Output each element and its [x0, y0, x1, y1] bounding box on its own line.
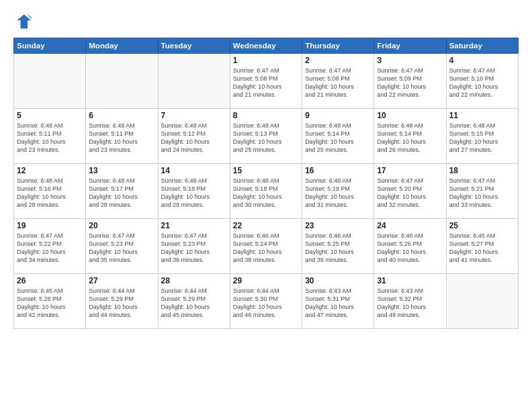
weekday-header-tuesday: Tuesday [158, 38, 230, 54]
day-info: Sunrise: 6:48 AM Sunset: 5:14 PM Dayligh… [305, 122, 371, 154]
calendar: SundayMondayTuesdayWednesdayThursdayFrid… [13, 38, 519, 329]
calendar-cell: 31Sunrise: 6:43 AM Sunset: 5:32 PM Dayli… [374, 274, 446, 329]
day-info: Sunrise: 6:48 AM Sunset: 5:17 PM Dayligh… [89, 177, 154, 210]
calendar-cell: 4Sunrise: 6:47 AM Sunset: 5:10 PM Daylig… [446, 54, 518, 109]
calendar-cell: 20Sunrise: 6:47 AM Sunset: 5:23 PM Dayli… [86, 219, 158, 274]
day-number: 27 [89, 276, 154, 285]
calendar-cell: 1Sunrise: 6:47 AM Sunset: 5:08 PM Daylig… [230, 54, 302, 109]
calendar-cell: 24Sunrise: 6:46 AM Sunset: 5:26 PM Dayli… [374, 219, 446, 274]
day-number: 6 [89, 111, 154, 120]
calendar-cell: 5Sunrise: 6:48 AM Sunset: 5:11 PM Daylig… [14, 109, 86, 164]
page: SundayMondayTuesdayWednesdayThursdayFrid… [0, 0, 532, 411]
calendar-cell: 18Sunrise: 6:47 AM Sunset: 5:21 PM Dayli… [446, 164, 518, 219]
weekday-header-thursday: Thursday [302, 38, 374, 54]
weekday-header-wednesday: Wednesday [230, 38, 302, 54]
day-number: 7 [161, 111, 227, 120]
day-number: 10 [377, 111, 443, 120]
week-row-4: 19Sunrise: 6:47 AM Sunset: 5:22 PM Dayli… [14, 219, 519, 274]
day-info: Sunrise: 6:46 AM Sunset: 5:26 PM Dayligh… [377, 232, 443, 265]
week-row-1: 1Sunrise: 6:47 AM Sunset: 5:08 PM Daylig… [14, 54, 519, 109]
calendar-cell: 29Sunrise: 6:44 AM Sunset: 5:30 PM Dayli… [230, 274, 302, 329]
weekday-header-monday: Monday [86, 38, 158, 54]
day-info: Sunrise: 6:48 AM Sunset: 5:18 PM Dayligh… [161, 177, 227, 210]
day-info: Sunrise: 6:48 AM Sunset: 5:13 PM Dayligh… [233, 122, 299, 154]
day-number: 26 [17, 276, 83, 285]
header [13, 12, 519, 31]
day-info: Sunrise: 6:48 AM Sunset: 5:15 PM Dayligh… [449, 122, 515, 154]
day-info: Sunrise: 6:46 AM Sunset: 5:25 PM Dayligh… [305, 232, 371, 265]
weekday-header-saturday: Saturday [446, 38, 518, 54]
calendar-body: 1Sunrise: 6:47 AM Sunset: 5:08 PM Daylig… [14, 54, 519, 329]
day-number: 28 [161, 276, 227, 285]
day-number: 23 [305, 221, 371, 230]
day-info: Sunrise: 6:48 AM Sunset: 5:11 PM Dayligh… [89, 122, 154, 154]
calendar-cell: 30Sunrise: 6:43 AM Sunset: 5:31 PM Dayli… [302, 274, 374, 329]
calendar-cell: 3Sunrise: 6:47 AM Sunset: 5:09 PM Daylig… [374, 54, 446, 109]
calendar-cell: 10Sunrise: 6:48 AM Sunset: 5:14 PM Dayli… [374, 109, 446, 164]
calendar-cell: 19Sunrise: 6:47 AM Sunset: 5:22 PM Dayli… [14, 219, 86, 274]
day-info: Sunrise: 6:47 AM Sunset: 5:20 PM Dayligh… [377, 177, 443, 210]
calendar-cell: 27Sunrise: 6:44 AM Sunset: 5:29 PM Dayli… [86, 274, 158, 329]
calendar-cell: 28Sunrise: 6:44 AM Sunset: 5:29 PM Dayli… [158, 274, 230, 329]
day-number: 4 [449, 56, 515, 65]
day-number: 29 [233, 276, 299, 285]
calendar-cell: 11Sunrise: 6:48 AM Sunset: 5:15 PM Dayli… [446, 109, 518, 164]
calendar-cell: 26Sunrise: 6:45 AM Sunset: 5:28 PM Dayli… [14, 274, 86, 329]
day-number: 5 [17, 111, 83, 120]
calendar-cell: 6Sunrise: 6:48 AM Sunset: 5:11 PM Daylig… [86, 109, 158, 164]
day-info: Sunrise: 6:47 AM Sunset: 5:10 PM Dayligh… [449, 66, 515, 99]
day-number: 2 [305, 56, 371, 65]
calendar-cell: 9Sunrise: 6:48 AM Sunset: 5:14 PM Daylig… [302, 109, 374, 164]
day-info: Sunrise: 6:43 AM Sunset: 5:32 PM Dayligh… [377, 287, 443, 320]
calendar-cell: 16Sunrise: 6:48 AM Sunset: 5:19 PM Dayli… [302, 164, 374, 219]
calendar-cell [158, 54, 230, 109]
calendar-header: SundayMondayTuesdayWednesdayThursdayFrid… [14, 38, 519, 54]
day-number: 12 [17, 166, 83, 175]
day-info: Sunrise: 6:45 AM Sunset: 5:27 PM Dayligh… [449, 232, 515, 265]
weekday-header-sunday: Sunday [14, 38, 86, 54]
day-number: 16 [305, 166, 371, 175]
day-info: Sunrise: 6:44 AM Sunset: 5:30 PM Dayligh… [233, 287, 299, 320]
calendar-cell [86, 54, 158, 109]
day-number: 8 [233, 111, 299, 120]
calendar-cell: 23Sunrise: 6:46 AM Sunset: 5:25 PM Dayli… [302, 219, 374, 274]
day-number: 3 [377, 56, 443, 65]
logo [13, 12, 35, 31]
day-info: Sunrise: 6:44 AM Sunset: 5:29 PM Dayligh… [161, 287, 227, 320]
day-number: 24 [377, 221, 443, 230]
day-info: Sunrise: 6:47 AM Sunset: 5:23 PM Dayligh… [161, 232, 227, 265]
week-row-5: 26Sunrise: 6:45 AM Sunset: 5:28 PM Dayli… [14, 274, 519, 329]
day-info: Sunrise: 6:48 AM Sunset: 5:18 PM Dayligh… [233, 177, 299, 210]
calendar-cell: 14Sunrise: 6:48 AM Sunset: 5:18 PM Dayli… [158, 164, 230, 219]
day-info: Sunrise: 6:47 AM Sunset: 5:09 PM Dayligh… [377, 66, 443, 99]
day-info: Sunrise: 6:43 AM Sunset: 5:31 PM Dayligh… [305, 287, 371, 320]
day-info: Sunrise: 6:48 AM Sunset: 5:14 PM Dayligh… [377, 122, 443, 154]
day-number: 30 [305, 276, 371, 285]
calendar-cell: 21Sunrise: 6:47 AM Sunset: 5:23 PM Dayli… [158, 219, 230, 274]
calendar-cell: 13Sunrise: 6:48 AM Sunset: 5:17 PM Dayli… [86, 164, 158, 219]
calendar-cell: 25Sunrise: 6:45 AM Sunset: 5:27 PM Dayli… [446, 219, 518, 274]
calendar-cell: 12Sunrise: 6:48 AM Sunset: 5:16 PM Dayli… [14, 164, 86, 219]
calendar-cell [446, 274, 518, 329]
weekday-header-friday: Friday [374, 38, 446, 54]
day-info: Sunrise: 6:48 AM Sunset: 5:12 PM Dayligh… [161, 122, 227, 154]
day-number: 17 [377, 166, 443, 175]
day-info: Sunrise: 6:48 AM Sunset: 5:11 PM Dayligh… [17, 122, 83, 154]
day-number: 1 [233, 56, 299, 65]
calendar-cell: 15Sunrise: 6:48 AM Sunset: 5:18 PM Dayli… [230, 164, 302, 219]
calendar-cell [14, 54, 86, 109]
day-info: Sunrise: 6:47 AM Sunset: 5:08 PM Dayligh… [233, 66, 299, 99]
day-info: Sunrise: 6:44 AM Sunset: 5:29 PM Dayligh… [89, 287, 154, 320]
calendar-cell: 7Sunrise: 6:48 AM Sunset: 5:12 PM Daylig… [158, 109, 230, 164]
day-info: Sunrise: 6:48 AM Sunset: 5:19 PM Dayligh… [305, 177, 371, 210]
day-number: 18 [449, 166, 515, 175]
day-number: 14 [161, 166, 227, 175]
day-info: Sunrise: 6:46 AM Sunset: 5:24 PM Dayligh… [233, 232, 299, 265]
calendar-cell: 8Sunrise: 6:48 AM Sunset: 5:13 PM Daylig… [230, 109, 302, 164]
day-info: Sunrise: 6:45 AM Sunset: 5:28 PM Dayligh… [17, 287, 83, 320]
logo-icon [13, 12, 32, 31]
calendar-cell: 22Sunrise: 6:46 AM Sunset: 5:24 PM Dayli… [230, 219, 302, 274]
day-number: 9 [305, 111, 371, 120]
calendar-cell: 2Sunrise: 6:47 AM Sunset: 5:08 PM Daylig… [302, 54, 374, 109]
day-info: Sunrise: 6:48 AM Sunset: 5:16 PM Dayligh… [17, 177, 83, 210]
